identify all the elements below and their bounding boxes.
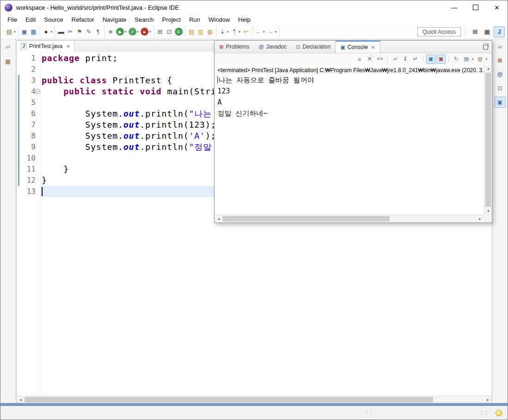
open-type-icon[interactable]: ▤ [187,27,196,37]
external-tools-dropdown-icon[interactable]: ▾ [149,30,151,34]
console-vscroll-thumb[interactable] [485,73,491,207]
package-explorer-icon[interactable]: ▦ [2,56,13,67]
menu-project[interactable]: Project [158,16,185,23]
new-package-icon[interactable]: ⊡ [165,27,174,37]
coverage-icon[interactable]: ✓ [129,28,136,36]
menu-window[interactable]: Window [204,16,234,23]
console-view-icon[interactable]: ▣ [495,97,506,108]
menu-file[interactable]: File [3,16,21,23]
problems-view-icon[interactable]: ⊠ [495,55,506,66]
account-icon[interactable]: ● [42,27,51,37]
console-hscroll-thumb[interactable] [223,216,390,222]
tab-javadoc[interactable]: @Javadoc [254,41,291,53]
editor-hscroll-thumb[interactable] [25,397,433,402]
menu-navigate[interactable]: Navigate [99,16,130,23]
fold-marker-icon[interactable]: − [35,89,40,94]
debug-perspective-icon[interactable]: ▣ [482,26,493,37]
display-selected-console-dropdown-icon[interactable]: ▾ [472,57,474,61]
quick-access-box[interactable]: Quick Access [417,27,461,37]
console-scroll-left-icon[interactable]: ◂ [215,215,223,222]
editor-hscrollbar[interactable]: ◂ ▸ [17,395,492,403]
forward-icon[interactable]: → [266,27,275,37]
forward-dropdown-icon[interactable]: ▾ [275,30,277,34]
console-scroll-right-icon[interactable]: ▸ [476,215,484,222]
scroll-right-icon[interactable]: ▸ [484,396,492,403]
trim-grip2-icon[interactable]: ⋮⋮ [479,410,488,416]
restore-icon[interactable] [483,45,488,49]
eclipse-window: workspace - Hello_world/src/print/PrintT… [0,0,508,420]
menu-edit[interactable]: Edit [21,16,40,23]
tab-printtest-java[interactable]: J PrintTest.java ✕ [17,41,74,52]
show-whitespace-icon[interactable]: ¶ [93,27,103,37]
external-tools-icon[interactable]: ▸ [141,28,149,36]
search-icon[interactable]: ◍ [205,27,215,37]
previous-annotation-icon[interactable]: ⇡ [229,27,239,37]
menu-search[interactable]: Search [130,16,158,23]
last-edit-location-icon[interactable]: ↩ [242,27,251,37]
menu-source[interactable]: Source [40,16,67,23]
word-wrap-icon[interactable]: ↵ [411,55,420,64]
open-console-icon[interactable]: ▥ [475,55,484,64]
console-vscrollbar[interactable]: ▴ ▾ [484,65,492,215]
console-body[interactable]: <terminated> PrintTest [Java Application… [215,65,484,215]
tab-console[interactable]: ▣Console✕ [335,41,380,53]
tips-lightbulb-icon[interactable] [496,410,502,416]
tab-problems[interactable]: ⊠Problems [215,41,254,53]
save-all-icon[interactable]: ▦ [29,27,38,37]
maximize-button[interactable] [465,0,486,14]
console-hscrollbar[interactable]: ◂ ▸ [215,215,484,222]
show-stdout-icon[interactable]: ▣ [426,55,435,64]
clear-console-icon[interactable]: ▱ [390,55,400,64]
save-icon[interactable]: ▣ [20,27,29,37]
restore-trim-icon[interactable]: ▱ [2,41,13,52]
coverage-dropdown-icon[interactable]: ▾ [137,30,139,34]
menu-run[interactable]: Run [185,16,204,23]
trim-grip-icon[interactable]: ⋮⋮ [364,410,373,416]
console-tab-close-icon[interactable]: ✕ [371,45,375,50]
declaration-view-icon[interactable]: ⊡ [495,83,506,94]
maximize-icon [473,5,478,10]
scroll-left-icon[interactable]: ◂ [17,396,25,403]
display-selected-console-icon[interactable]: ▤ [462,55,471,64]
run-icon[interactable]: ▶ [116,28,124,36]
back-dropdown-icon[interactable]: ▾ [263,30,265,34]
next-annotation-dropdown-icon[interactable]: ▾ [227,30,229,34]
terminal-icon[interactable]: ▬ [56,27,66,37]
debug-icon[interactable]: ∗ [106,27,115,37]
remove-launch-icon[interactable]: ✕ [365,55,374,64]
new-wizard-icon[interactable]: ▤ [5,27,14,37]
relaunch-icon[interactable]: ↻ [452,55,461,64]
run-dropdown-icon[interactable]: ▾ [125,30,127,34]
next-annotation-icon[interactable]: ⇣ [218,27,227,37]
menu-help[interactable]: Help [234,16,255,23]
mark-occurrences-icon[interactable]: ⚑ [75,27,84,37]
editor-tab-close-icon[interactable]: ✕ [66,44,70,49]
previous-annotation-dropdown-icon[interactable]: ▾ [239,30,241,34]
menu-refactor[interactable]: Refactor [68,16,99,23]
editor-gutter: 1234−5678910111213 [17,52,41,395]
back-icon[interactable]: ← [254,27,263,37]
open-resource-icon[interactable]: ▥ [196,27,205,37]
new-class-icon[interactable]: C [175,28,183,36]
restore-trim-icon[interactable]: ▱ [495,41,506,52]
toolbar-separator [423,56,423,63]
tab-declaration[interactable]: ⊡Declaration [291,41,335,53]
new-java-project-icon[interactable]: ⊞ [155,27,165,37]
console-scroll-down-icon[interactable]: ▾ [484,207,492,215]
console-scroll-up-icon[interactable]: ▴ [484,65,492,72]
minimize-button[interactable]: — [444,0,465,14]
open-perspective-icon[interactable]: ⊞ [470,26,481,37]
javadoc-view-icon[interactable]: @ [495,69,506,80]
format-icon[interactable]: ✎ [84,27,93,37]
cut-icon[interactable]: ✂ [66,27,75,37]
new-wizard-dropdown-icon[interactable]: ▾ [14,30,16,34]
terminate-icon[interactable]: ■ [355,55,364,64]
java-perspective-icon[interactable]: J [494,26,505,37]
scroll-lock-icon[interactable]: ↧ [401,55,410,64]
remove-all-terminated-icon[interactable]: ✕✕ [375,55,384,64]
perspective-bar: ⊞▣J [465,26,505,37]
show-stderr-icon[interactable]: ▣ [436,55,446,64]
open-console-dropdown-icon[interactable]: ▾ [485,57,487,61]
close-button[interactable]: ✕ [486,0,508,14]
account-dropdown-icon[interactable]: ▾ [51,30,53,34]
